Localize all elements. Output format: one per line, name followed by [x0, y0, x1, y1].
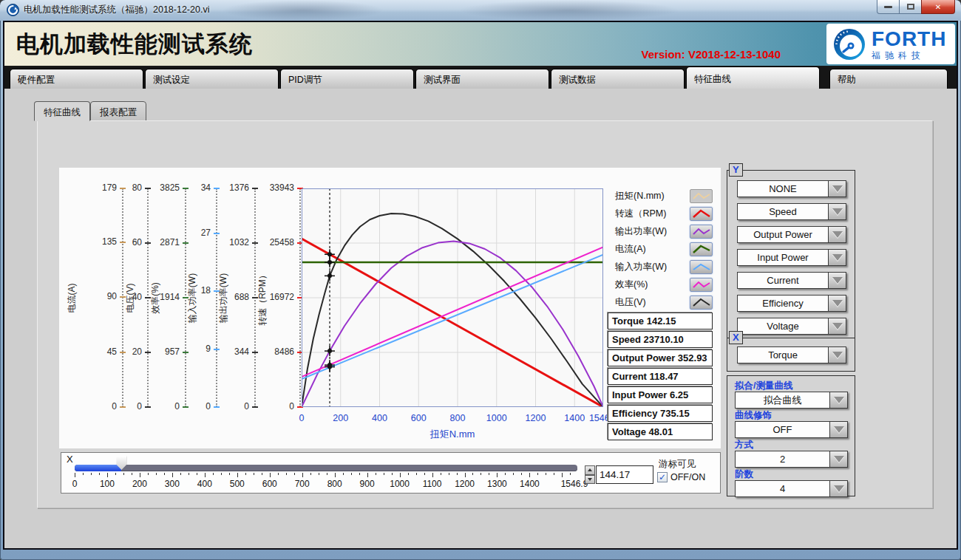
order-selector[interactable]: 4: [735, 480, 848, 497]
legend-label-input-power: 输入功率(W): [615, 261, 667, 273]
main-tab-bar: 硬件配置 测试设定 PID调节 测试界面 测试数据 特征曲线 帮助: [4, 66, 957, 89]
plot-area[interactable]: [302, 188, 603, 407]
y-selector-1[interactable]: NONE: [737, 180, 846, 197]
output-power-curve-icon: [692, 227, 711, 236]
window-title: 电机加载性能测试系统（福驰）2018-12-20.vi: [24, 4, 209, 16]
legend-label-output-power: 输出功率(W): [615, 225, 667, 238]
title-bar[interactable]: 电机加载性能测试系统（福驰）2018-12-20.vi ✕: [0, 0, 961, 21]
close-icon: ✕: [935, 3, 941, 11]
legend-button-voltage[interactable]: [690, 296, 713, 310]
y-selector-5[interactable]: Current: [737, 272, 846, 289]
legend-label-voltage: 电压(V): [615, 296, 646, 309]
arrow-down-icon: [588, 478, 592, 481]
x-axis-ticks: 02004006008001000120014001546.9: [302, 413, 603, 425]
dropdown-arrow-icon[interactable]: [829, 451, 848, 468]
glass-reflection: [458, 0, 680, 21]
x-value-spinner[interactable]: [585, 465, 595, 484]
close-button[interactable]: ✕: [921, 0, 955, 14]
checkbox-checked-icon[interactable]: ✓: [657, 472, 668, 482]
x-cursor-slider-panel: X 01002003004005006007008009001000110012…: [61, 452, 721, 494]
legend-button-current[interactable]: [690, 242, 713, 256]
readout-voltage: Voltage 48.01: [608, 423, 713, 440]
tab-characteristic-curve[interactable]: 特征曲线: [686, 66, 820, 89]
legend-button-efficiency[interactable]: [690, 278, 713, 292]
x-axis-title: 扭矩N.mm: [302, 428, 603, 441]
dropdown-arrow-icon[interactable]: [828, 318, 846, 335]
maximize-button[interactable]: [900, 0, 921, 14]
arrow-up-icon: [588, 468, 592, 471]
dropdown-arrow-icon[interactable]: [828, 203, 846, 220]
maximize-icon: [907, 4, 914, 10]
app-frame: 电机加载性能测试系统 Version: V2018-12-13-1040: [3, 21, 958, 550]
y-scale-5: 输出功率(W)034468810321376: [220, 188, 258, 407]
x-axis-selector-group: X Torque: [727, 338, 855, 372]
legend-button-output-power[interactable]: [690, 225, 713, 239]
legend-label-efficiency: 效率(%): [615, 279, 648, 291]
x-cursor-value-field[interactable]: 144.17: [596, 465, 653, 484]
y-axis-selector-group: Y NONE Speed Output Power Input Power Cu…: [727, 170, 855, 340]
chart-panel: 电流(A)04590135179电压(V)020406080效率(%)09571…: [59, 168, 721, 448]
dropdown-arrow-icon[interactable]: [828, 180, 846, 197]
tab-pid-tuning[interactable]: PID调节: [280, 69, 414, 89]
tab-help[interactable]: 帮助: [829, 69, 948, 89]
readout-current: Current 118.47: [608, 368, 713, 385]
y-selector-7[interactable]: Voltage: [737, 318, 846, 335]
legend-label-speed: 转速（RPM): [615, 208, 666, 220]
order-label: 阶数: [735, 468, 753, 481]
tab-test-settings[interactable]: 测试设定: [145, 69, 279, 89]
legend-label-current: 电流(A): [615, 243, 646, 256]
input-power-curve-icon: [692, 262, 711, 272]
y-selector-4[interactable]: Input Power: [737, 249, 846, 266]
readout-torque: Torque 142.15: [608, 313, 713, 329]
fit-curve-selector[interactable]: 拟合曲线: [735, 392, 848, 409]
dropdown-arrow-icon[interactable]: [828, 249, 846, 266]
current-curve-icon: [692, 245, 711, 254]
page-title: 电机加载性能测试系统: [16, 29, 253, 60]
dropdown-arrow-icon[interactable]: [829, 480, 848, 497]
readout-input-power: Input Power 6.25: [608, 386, 713, 403]
y-selector-2[interactable]: Speed: [737, 203, 846, 220]
logo-name: FORTH: [872, 29, 946, 49]
forth-logo: FORTH 福驰科技: [826, 24, 955, 64]
application-window: 电机加载性能测试系统（福驰）2018-12-20.vi ✕ 电机加载性能测试系统…: [0, 0, 961, 560]
app-icon: [7, 4, 19, 16]
minimize-button[interactable]: [877, 0, 900, 14]
method-label: 方式: [735, 439, 753, 451]
spinner-up-button[interactable]: [585, 465, 595, 475]
y-selector-6[interactable]: Efficiency: [737, 295, 846, 312]
dropdown-arrow-icon[interactable]: [828, 295, 846, 312]
tab-test-data[interactable]: 测试数据: [551, 69, 685, 89]
y-selector-3[interactable]: Output Power: [737, 226, 846, 243]
tab-test-interface[interactable]: 测试界面: [415, 69, 549, 89]
x-group-tag: X: [729, 331, 743, 344]
x-slider-fill: [75, 465, 121, 471]
legend-button-speed[interactable]: [690, 207, 713, 221]
dropdown-arrow-icon[interactable]: [828, 226, 846, 243]
forth-gauge-icon: [832, 27, 866, 61]
x-slider-tickmarks: [75, 473, 578, 478]
x-selector[interactable]: Torque: [737, 346, 846, 363]
voltage-curve-icon: [692, 298, 711, 307]
dropdown-arrow-icon[interactable]: [829, 392, 848, 409]
dropdown-arrow-icon[interactable]: [828, 272, 846, 289]
y-scale-1: 电流(A)04590135179: [67, 188, 126, 407]
method-selector[interactable]: 2: [735, 451, 848, 468]
legend-button-input-power[interactable]: [690, 260, 713, 274]
spinner-down-button[interactable]: [585, 475, 595, 485]
curve-style-selector[interactable]: OFF: [735, 421, 848, 438]
subtab-characteristic-curve[interactable]: 特征曲线: [34, 101, 90, 121]
cursor-checkbox-label: OFF/ON: [670, 472, 705, 482]
tab-hardware-config[interactable]: 硬件配置: [10, 69, 143, 89]
version-text: Version: V2018-12-13-1040: [642, 48, 781, 61]
dropdown-arrow-icon[interactable]: [829, 421, 848, 438]
cursor-visible-toggle[interactable]: ✓ OFF/ON: [657, 472, 705, 482]
logo-subtext: 福驰科技: [872, 51, 946, 60]
readout-efficiency: Efficiency 735.15: [608, 405, 713, 422]
glass-reflection: [222, 0, 384, 21]
x-slider-track[interactable]: [75, 465, 577, 471]
legend-button-torque[interactable]: [690, 189, 713, 203]
curve-style-label: 曲线修饰: [735, 409, 772, 422]
subtab-report-config[interactable]: 报表配置: [90, 101, 146, 121]
readout-speed: Speed 23710.10: [608, 331, 713, 348]
dropdown-arrow-icon[interactable]: [828, 346, 846, 363]
